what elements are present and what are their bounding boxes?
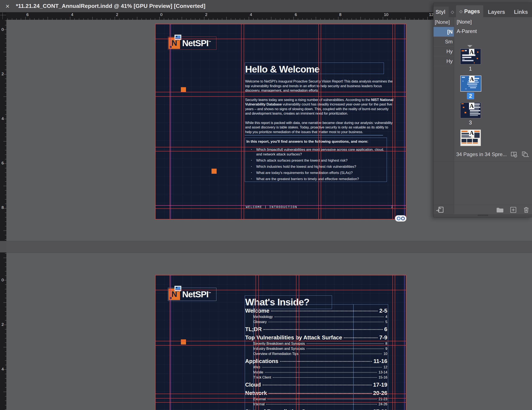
ruler-tick xyxy=(3,74,6,75)
close-tab-icon[interactable]: × xyxy=(6,3,10,9)
ruler-tick xyxy=(392,18,392,20)
ruler-tick xyxy=(75,18,75,20)
toc-label: Industry Breakdown and Synopsis xyxy=(253,347,305,351)
tab-pages[interactable]: ◇Pages xyxy=(456,5,483,17)
bullet-item: What are today's requirements for remedi… xyxy=(247,170,386,175)
ruler-tick xyxy=(325,18,325,20)
ruler-tick xyxy=(5,334,6,334)
toc-leader-dots xyxy=(266,404,377,404)
page-thumbnail[interactable]: A xyxy=(460,102,481,118)
question-bullet-list: Which [impactful] vulnerabilities are mo… xyxy=(247,147,386,183)
tab-layers[interactable]: Layers xyxy=(483,7,510,17)
ruler-tick xyxy=(5,235,6,235)
ruler-number: 4 xyxy=(1,116,4,121)
style-list-item[interactable]: Sm xyxy=(434,37,454,47)
vertical-ruler[interactable]: 02468024 xyxy=(0,20,6,410)
ruler-tick xyxy=(5,226,6,226)
page-thumbnail[interactable]: A xyxy=(460,49,481,65)
ruler-tick xyxy=(30,18,30,20)
styles-panel-sliver: [None][NSmHyHy xyxy=(434,17,454,214)
ruler-tick xyxy=(5,289,6,289)
ruler-origin-box[interactable] xyxy=(0,12,7,20)
ruler-tick xyxy=(39,18,39,20)
toc-page-number: 27-30 xyxy=(373,408,388,410)
guide-column xyxy=(171,24,171,219)
orange-marker[interactable] xyxy=(211,169,217,174)
master-page-none[interactable]: [None] xyxy=(454,17,532,27)
orange-marker[interactable] xyxy=(181,339,186,345)
ruler-tick xyxy=(5,405,6,405)
panel-resize-grip[interactable] xyxy=(434,214,532,217)
folder-icon[interactable] xyxy=(496,207,504,213)
toc-row: Industry Breakdown and Synopsis9 xyxy=(245,347,387,351)
ruler-tick xyxy=(3,302,6,303)
toc-leader-dots xyxy=(307,344,384,344)
spread-view-icon[interactable] xyxy=(521,151,529,158)
ruler-tick xyxy=(285,18,285,20)
page-thumbnail[interactable]: A xyxy=(460,75,481,92)
panel-collapse-icon[interactable]: ◇ xyxy=(449,7,456,17)
toc-leader-dots xyxy=(300,354,382,354)
ruler-tick xyxy=(5,410,6,410)
ruler-tick xyxy=(5,356,6,356)
toc-leader-dots xyxy=(265,372,377,373)
ruler-tick xyxy=(5,155,6,155)
toc-row: Thick Client15-16 xyxy=(245,375,387,380)
ruler-tick xyxy=(92,17,93,20)
ruler-tick xyxy=(5,128,6,128)
ruler-tick xyxy=(5,177,6,177)
toc-page-number: 20-26 xyxy=(373,390,388,396)
ruler-tick xyxy=(34,18,35,20)
tab-styles[interactable]: Styl xyxy=(434,7,449,17)
ruler-tick xyxy=(168,18,169,20)
page-number-label[interactable]: 2 xyxy=(467,93,474,99)
style-list-item[interactable]: Hy xyxy=(434,56,454,66)
page-thumbnail[interactable]: A xyxy=(460,130,481,146)
ruler-tick xyxy=(182,17,182,20)
ruler-tick xyxy=(5,105,6,106)
toc-leader-dots xyxy=(263,385,371,385)
styles-panel-toolbar xyxy=(434,205,454,215)
guide-row xyxy=(156,345,406,345)
page-spread-3[interactable]: N NetSPI™ What's Inside? Welcome2-5Metho… xyxy=(155,275,406,410)
style-list-item[interactable]: Hy xyxy=(434,47,454,56)
toc-row: Top Vulnerabilities by Attack Surface7-9 xyxy=(245,334,387,341)
edit-page-size-icon[interactable] xyxy=(510,151,518,158)
style-list-item[interactable]: [None] xyxy=(434,17,454,27)
ruler-tick xyxy=(338,17,338,20)
insert-pages-icon[interactable] xyxy=(436,206,444,214)
panel-divider xyxy=(434,161,532,162)
pages-panel-body: [None] A-Parent A1A2A3A 34 Pages in 34 S… xyxy=(454,17,532,214)
toc-leader-dots xyxy=(264,329,383,330)
style-list-item[interactable]: [N xyxy=(434,27,454,37)
ruler-tick xyxy=(244,18,245,20)
master-page-a-parent[interactable]: A-Parent xyxy=(454,27,532,36)
page-overlay-badge[interactable] xyxy=(395,215,407,222)
ruler-tick xyxy=(307,18,307,20)
toc-page-number: 5 xyxy=(385,320,387,324)
ruler-tick xyxy=(70,17,70,20)
panel-tab-bar: Styl ◇ ◇Pages Layers Links xyxy=(434,3,532,17)
page-spread-2[interactable]: N NetSPI™ Hello & Welcome Welcome to Net… xyxy=(155,24,406,219)
ruler-tick xyxy=(5,38,6,39)
toc-page-number: 21-23 xyxy=(379,397,387,401)
delete-page-icon[interactable] xyxy=(523,206,530,213)
pages-panel-toolbar xyxy=(454,205,532,215)
ruler-tick xyxy=(5,378,6,379)
tab-links[interactable]: Links xyxy=(510,7,532,17)
pages-status-bar: 34 Pages in 34 Spre... xyxy=(454,149,532,159)
new-page-icon[interactable] xyxy=(510,206,517,213)
ruler-tick xyxy=(25,17,26,20)
toc-page-number: 12 xyxy=(383,365,387,369)
ruler-tick xyxy=(5,56,6,56)
toc-row: Cloud17-19 xyxy=(245,382,387,388)
ruler-tick xyxy=(209,18,209,20)
questions-intro: In this report, you'll find answers to t… xyxy=(247,140,393,144)
ruler-tick xyxy=(159,17,160,20)
orange-marker[interactable] xyxy=(181,87,186,92)
ruler-tick xyxy=(410,18,410,20)
ruler-tick xyxy=(142,18,142,20)
ruler-number: 8 xyxy=(339,12,342,17)
ruler-tick xyxy=(428,17,428,20)
parent-page-badge: A xyxy=(469,49,474,56)
